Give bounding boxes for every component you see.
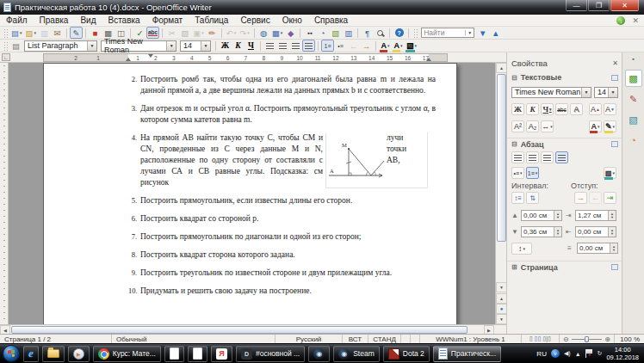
maximize-button[interactable]: ❐ xyxy=(588,0,610,11)
sidebar-font-name-combo[interactable]: Times New Roman ▼ xyxy=(511,87,591,98)
gallery-icon[interactable]: ▧ xyxy=(329,27,342,39)
menu-Таблица[interactable]: Таблица xyxy=(189,15,234,26)
collapse-icon[interactable]: ⊟ xyxy=(511,140,517,148)
strikethrough-button[interactable]: abc xyxy=(555,103,568,115)
email-icon[interactable]: ✉ xyxy=(51,27,64,39)
after-text-indent-field[interactable]: 0,00 см ▲▼ xyxy=(577,243,618,254)
collapse-icon[interactable]: ⊟ xyxy=(511,74,517,82)
italic-button[interactable]: K xyxy=(232,40,245,52)
vertical-scroll-thumb[interactable] xyxy=(497,74,506,242)
spinner[interactable]: ▲▼ xyxy=(608,227,616,237)
spinner[interactable]: ▲▼ xyxy=(610,243,617,253)
minimize-button[interactable]: — xyxy=(566,0,587,11)
left-indent-marker[interactable] xyxy=(126,58,131,61)
page-section-header[interactable]: ⊞ Страница xyxy=(507,261,622,273)
increase-spacing-button[interactable]: ↕≡ xyxy=(511,192,524,204)
menu-Вид[interactable]: Вид xyxy=(74,15,102,26)
zoom-slider[interactable]: ⊖ ⊕ xyxy=(560,335,615,343)
zoom-thumb[interactable] xyxy=(585,336,589,342)
taskbar-writer-window[interactable]: Практическ... xyxy=(433,346,501,362)
volume-icon[interactable]: ◀) xyxy=(564,350,571,357)
styles-panel-icon[interactable]: ▤ xyxy=(9,40,22,52)
document-list-item-8[interactable]: 8.Построить квадрат сторона которого зад… xyxy=(128,249,436,261)
find-next-button[interactable]: ▼ xyxy=(476,27,489,39)
new-document-icon[interactable]: ▤▾ xyxy=(9,27,24,39)
decrease-spacing-button[interactable]: ⇅ xyxy=(526,192,539,204)
underline-button[interactable]: Ч xyxy=(245,40,257,52)
sidebar-align-center-button[interactable] xyxy=(526,151,539,163)
document-list-item-7[interactable]: 7.Построить прямоугольник по диагонали и… xyxy=(128,231,436,243)
hyperlink-icon[interactable]: ◍ xyxy=(257,27,270,39)
status-insert-mode[interactable]: ВСТ xyxy=(343,335,368,343)
find-toolbar-grip[interactable] xyxy=(413,28,418,38)
sidebar-highlight-button[interactable]: ✎▾ xyxy=(604,120,616,132)
menu-Сервис[interactable]: Сервис xyxy=(234,15,276,26)
menu-Окно[interactable]: Окно xyxy=(276,15,308,26)
character-spacing-button[interactable]: ↔▾ xyxy=(541,120,554,132)
taskbar-discord[interactable]: D#основной ... xyxy=(236,346,305,362)
align-justify-button[interactable] xyxy=(302,40,315,52)
title-bar[interactable]: Практическая работа 10 (4).docx - OpenOf… xyxy=(0,0,644,15)
sidebar-align-left-button[interactable] xyxy=(511,151,524,163)
menu-Файл[interactable]: Файл xyxy=(0,15,34,26)
taskbar-document-window-2[interactable] xyxy=(188,346,207,362)
table-icon[interactable]: ▦▾ xyxy=(270,27,285,39)
book-view-icon[interactable]: ▯|▯ xyxy=(543,335,552,342)
language-indicator[interactable]: RU xyxy=(536,350,547,358)
font-color-button[interactable]: A▾ xyxy=(379,40,392,52)
increase-font-size-button[interactable]: A▲ xyxy=(589,103,602,115)
anchored-figure-frame[interactable]: AMлучиточкиАВ, xyxy=(325,132,428,188)
help-icon[interactable]: ? xyxy=(393,27,406,39)
taskbar-steam[interactable]: ◉Steam xyxy=(333,346,380,362)
horizontal-scroll-thumb[interactable] xyxy=(11,326,468,334)
taskbar-dota2[interactable]: Dota 2 xyxy=(383,346,430,362)
subscript-button[interactable]: A₂ xyxy=(526,120,539,132)
highlight-color-button[interactable]: A▾ xyxy=(392,40,405,52)
taskbar-yandex[interactable]: Я xyxy=(211,346,232,362)
zoom-track[interactable] xyxy=(572,339,603,340)
sidebar-underline-button[interactable]: Ч▾ xyxy=(541,103,554,115)
line-spacing-button[interactable]: ↕▾ xyxy=(511,243,532,255)
horizontal-scrollbar[interactable]: ◀ ▶ xyxy=(0,324,506,334)
tray-clock[interactable]: 14:00 09.12.2018 xyxy=(606,346,639,361)
toolbar-grip-2[interactable] xyxy=(3,41,8,51)
document-page[interactable]: 2.Построить ромб так, чтобы одна из его … xyxy=(43,63,457,324)
status-language[interactable]: Русский xyxy=(276,335,343,343)
above-spacing-field[interactable]: 0,00 см ▲▼ xyxy=(521,210,562,221)
horizontal-ruler[interactable]: ∟ 211234567891011121314151617 xyxy=(0,52,506,63)
close-button[interactable]: ✕ xyxy=(610,0,639,11)
toolbar-grip[interactable] xyxy=(3,28,8,38)
menu-Формат[interactable]: Формат xyxy=(146,15,189,26)
export-pdf-icon[interactable]: ■ xyxy=(89,27,102,39)
first-line-indent-field[interactable]: 1,27 см ▲▼ xyxy=(575,210,616,221)
sidebar-align-justify-button[interactable] xyxy=(555,151,568,163)
zoom-icon[interactable] xyxy=(374,27,387,39)
zoom-out-icon[interactable]: ⊖ xyxy=(563,335,569,343)
data-sources-icon[interactable]: ▥ xyxy=(342,27,355,39)
sidebar-font-arrow[interactable]: ▼ xyxy=(581,88,591,97)
menu-Вставка[interactable]: Вставка xyxy=(102,15,146,26)
sidebar-numbered-list-button[interactable]: 1≡▾ xyxy=(526,167,539,179)
document-list-item-6[interactable]: 6.Построить квадрат со стороной р. xyxy=(128,213,436,225)
taskbar-media-player[interactable]: ▶ xyxy=(68,346,90,362)
first-line-indent-marker[interactable] xyxy=(148,54,153,58)
zoom-in-icon[interactable]: ⊕ xyxy=(604,335,610,343)
edit-file-icon[interactable]: ✎ xyxy=(70,27,83,39)
navigator-icon[interactable]: ◔ xyxy=(316,27,329,39)
find-dropdown-icon[interactable]: ▼ xyxy=(465,30,472,35)
ruler-bar[interactable]: 211234567891011121314151617 xyxy=(43,53,448,62)
document-canvas[interactable]: 2.Построить ромб так, чтобы одна из его … xyxy=(9,63,495,324)
sidebar-align-right-button[interactable] xyxy=(541,151,554,163)
align-center-button[interactable] xyxy=(276,40,289,52)
bullet-list-button[interactable]: •≡ xyxy=(334,40,347,52)
tray-app-icon[interactable]: v xyxy=(551,349,560,358)
taskbar-document-window-1[interactable] xyxy=(164,346,184,362)
clone-formatting-icon[interactable]: ✏ xyxy=(206,27,219,39)
spinner[interactable]: ▲▼ xyxy=(608,211,616,220)
numbered-list-button[interactable]: 1≡ xyxy=(321,40,334,52)
align-right-button[interactable] xyxy=(289,40,302,52)
size-combo-arrow[interactable]: ▼ xyxy=(201,41,210,51)
status-page-style[interactable]: Обычный xyxy=(112,335,276,343)
bold-button[interactable]: Ж xyxy=(219,40,232,52)
find-previous-button[interactable]: ▲ xyxy=(489,27,502,39)
